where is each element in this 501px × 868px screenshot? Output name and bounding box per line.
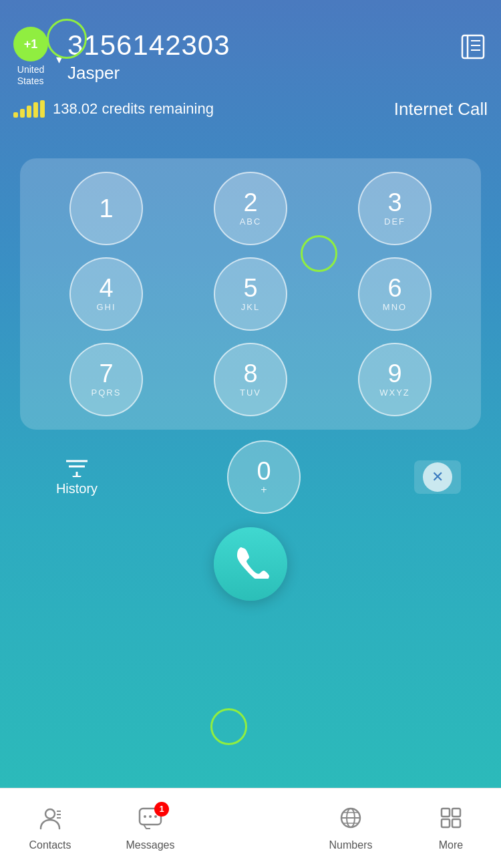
- messages-icon: 1: [138, 806, 162, 835]
- dial-digit-8: 8: [243, 361, 257, 386]
- nav-item-messages[interactable]: 1 Messages: [100, 806, 200, 851]
- dial-button-3[interactable]: 3 DEF: [358, 172, 432, 245]
- dial-button-8[interactable]: 8 TUV: [214, 343, 287, 416]
- dialpad-bottom-row: History 0 + ✕: [0, 434, 501, 514]
- svg-rect-0: [462, 35, 484, 58]
- dial-digit-0: 0: [257, 458, 271, 484]
- dial-button-5[interactable]: 5 JKL: [214, 257, 287, 331]
- phone-icon: [232, 541, 269, 586]
- signal-credits: 138.02 credits remaining: [13, 100, 214, 118]
- contacts-icon: [38, 806, 62, 835]
- backspace-button[interactable]: ✕: [414, 460, 461, 494]
- dial-digit-3: 3: [387, 190, 401, 215]
- dial-letters-6: MNO: [383, 302, 407, 312]
- svg-point-9: [45, 809, 55, 819]
- contacts-book-icon[interactable]: [458, 32, 488, 61]
- dial-digit-9: 9: [387, 361, 401, 386]
- credits-text: 138.02 credits remaining: [53, 100, 214, 118]
- dial-letters-7: PQRS: [92, 388, 122, 398]
- dial-letters-8: TUV: [240, 388, 261, 398]
- nav-item-contacts[interactable]: Contacts: [0, 806, 100, 851]
- svg-point-14: [144, 815, 146, 818]
- dial-button-6[interactable]: 6 MNO: [358, 257, 432, 331]
- annotation-circle-3: [210, 708, 247, 745]
- dialpad: 1 2 ABC 3 DEF 4 GHI 5 JKL 6 MNO 7 PQRS 8: [20, 158, 481, 430]
- call-area: [0, 527, 501, 601]
- dial-letters-9: WXYZ: [379, 388, 410, 398]
- bottom-nav: Contacts 1 Messages: [0, 788, 501, 868]
- country-name: UnitedStates: [17, 64, 44, 87]
- dial-digit-5: 5: [243, 275, 257, 301]
- numbers-icon: [339, 806, 363, 835]
- nav-label-messages: Messages: [126, 839, 175, 851]
- dial-digit-7: 7: [99, 361, 113, 386]
- signal-bar-4: [33, 102, 38, 118]
- country-selector[interactable]: +1 UnitedStates: [13, 27, 48, 87]
- country-code: +1: [24, 37, 38, 51]
- dial-digit-6: 6: [387, 275, 401, 301]
- internet-call-label[interactable]: Internet Call: [394, 99, 488, 120]
- signal-bar-3: [27, 106, 31, 118]
- svg-rect-25: [452, 819, 460, 827]
- nav-item-numbers[interactable]: [200, 807, 301, 851]
- svg-marker-8: [72, 476, 81, 477]
- svg-point-15: [149, 815, 152, 818]
- signal-bar-1: [13, 112, 18, 118]
- header: +1 UnitedStates ▾ 3156142303 Jasper: [0, 0, 501, 94]
- dial-button-0[interactable]: 0 +: [227, 440, 301, 514]
- phone-number: 3156142303: [67, 29, 230, 61]
- signal-bar-2: [20, 109, 25, 118]
- dial-button-4[interactable]: 4 GHI: [69, 257, 143, 331]
- history-icon: [63, 457, 90, 477]
- dial-button-7[interactable]: 7 PQRS: [69, 343, 143, 416]
- svg-rect-24: [442, 819, 450, 827]
- dial-button-2[interactable]: 2 ABC: [214, 172, 287, 245]
- dial-letters-5: JKL: [241, 302, 260, 312]
- dial-button-9[interactable]: 9 WXYZ: [358, 343, 432, 416]
- signal-bars-icon: [13, 100, 45, 118]
- status-bar: 138.02 credits remaining Internet Call: [0, 94, 501, 125]
- more-icon: [439, 806, 463, 835]
- phone-info: 3156142303 Jasper: [67, 29, 230, 84]
- nav-label-contacts: Contacts: [29, 839, 71, 851]
- call-button[interactable]: [214, 527, 287, 601]
- svg-rect-23: [452, 809, 460, 817]
- dialpad-grid: 1 2 ABC 3 DEF 4 GHI 5 JKL 6 MNO 7 PQRS 8: [40, 172, 461, 416]
- nav-item-numbers-globe[interactable]: Numbers: [301, 806, 401, 851]
- dial-digit-2: 2: [243, 190, 257, 215]
- history-button[interactable]: History: [40, 457, 114, 496]
- dial-digit-4: 4: [99, 275, 113, 301]
- svg-rect-22: [442, 809, 450, 817]
- chevron-down-icon[interactable]: ▾: [56, 52, 62, 67]
- nav-label-numbers-text: Numbers: [329, 839, 373, 851]
- messages-badge: 1: [154, 802, 169, 817]
- dial-digit-1: 1: [99, 196, 113, 221]
- dial-button-1[interactable]: 1: [69, 172, 143, 245]
- history-label: History: [56, 481, 98, 496]
- contact-name: Jasper: [67, 63, 230, 84]
- dial-letters-4: GHI: [96, 302, 116, 312]
- dial-letters-0: +: [261, 484, 267, 496]
- backspace-icon: ✕: [423, 462, 452, 492]
- dial-letters-3: DEF: [384, 216, 405, 227]
- nav-label-more: More: [439, 839, 463, 851]
- dial-letters-2: ABC: [240, 216, 262, 227]
- signal-bar-5: [40, 100, 45, 118]
- country-badge: +1: [13, 27, 48, 61]
- nav-item-more[interactable]: More: [401, 806, 501, 851]
- svg-point-16: [154, 815, 157, 818]
- header-left: +1 UnitedStates ▾ 3156142303 Jasper: [13, 27, 230, 87]
